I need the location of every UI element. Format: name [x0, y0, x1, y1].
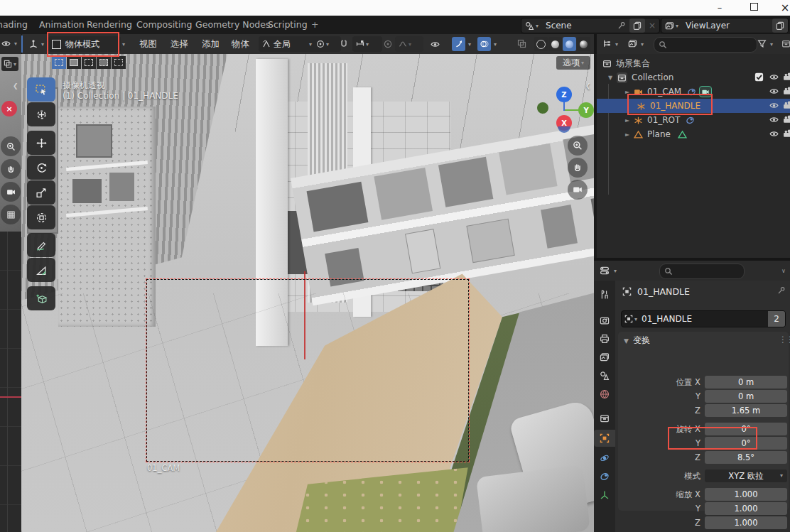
tool-move[interactable] — [27, 131, 55, 155]
viewport-3d[interactable]: 01_CAM 选项▾ 摄像机透视 (1) Collection | 01_HAN… — [21, 54, 594, 532]
tool-cursor[interactable] — [27, 102, 55, 126]
tab-constraints[interactable] — [594, 468, 615, 485]
gizmo-z-neg-ball[interactable] — [558, 126, 570, 133]
pivot-dropdown[interactable]: ▾ — [313, 36, 341, 52]
maximize-button[interactable] — [743, 1, 764, 15]
tab-object[interactable] — [594, 430, 615, 447]
outliner-row-plane[interactable]: ► Plane — [597, 127, 790, 141]
xray-toggle[interactable] — [517, 39, 526, 48]
scene-browse-button[interactable]: ▾ — [521, 18, 542, 33]
gizmo-toggle[interactable] — [452, 37, 465, 51]
pin-icon[interactable] — [614, 18, 629, 33]
tab-shading[interactable]: hading — [0, 16, 28, 34]
outliner-row-collection[interactable]: ▼ Collection — [597, 70, 790, 85]
properties-search-input[interactable] — [659, 264, 745, 279]
shading-rendered-button[interactable] — [577, 37, 590, 51]
region-collapse-arrow[interactable]: ❮ — [585, 82, 591, 89]
tool-annotate[interactable] — [27, 233, 55, 257]
active-camera-badge[interactable] — [699, 86, 712, 97]
gizmo-y-neg-ball[interactable] — [537, 102, 548, 114]
sliver-grid-button[interactable] — [1, 205, 21, 224]
tool-transform[interactable] — [27, 205, 55, 229]
view-layer-name-field[interactable]: ViewLayer — [682, 18, 772, 33]
tab-output[interactable] — [594, 330, 615, 347]
tab-compositing[interactable]: Compositing — [136, 16, 192, 34]
menu-object[interactable]: 物体 — [232, 34, 249, 54]
location-y-field[interactable]: 0 m — [705, 390, 787, 403]
disclosure-closed-icon[interactable]: ► — [624, 131, 631, 138]
select-mode-intersect-button[interactable] — [112, 56, 126, 69]
hide-eye-icon[interactable] — [769, 129, 779, 139]
tab-animation[interactable]: Animation — [39, 16, 85, 34]
transform-panel-header[interactable]: ▼ 变换 — [622, 335, 650, 347]
falloff-dropdown[interactable]: ▾ — [395, 36, 423, 52]
rotation-y-field[interactable]: 0° — [705, 437, 787, 450]
gizmo-z-ball[interactable]: Z — [556, 87, 572, 102]
tab-tool[interactable] — [594, 286, 615, 303]
menu-add[interactable]: 添加 — [202, 34, 220, 54]
disclosure-closed-icon[interactable]: ► — [624, 117, 631, 124]
collapse-arrow-icon[interactable]: ❮ — [13, 82, 18, 89]
gizmo-y-ball[interactable]: Y — [578, 102, 594, 118]
left-sliver-mode-button[interactable]: ▾ — [1, 57, 18, 71]
tab-rendering[interactable]: Rendering — [87, 16, 132, 34]
disclosure-closed-icon[interactable]: ► — [624, 89, 631, 95]
viewport-camera-view-button[interactable] — [568, 180, 588, 200]
hide-eye-icon[interactable] — [769, 101, 779, 111]
menu-view[interactable]: 视图 — [139, 34, 157, 54]
overlays-toggle[interactable] — [477, 37, 491, 51]
axis-gizmo[interactable]: Z Y X — [537, 87, 587, 132]
orientation-dropdown[interactable]: 全局 ▾ — [259, 36, 315, 52]
viewport-zoom-button[interactable] — [568, 136, 588, 156]
mode-dropdown[interactable]: 物体模式 — [48, 36, 121, 52]
tab-object-data[interactable] — [594, 487, 615, 504]
outliner-filter-button[interactable] — [757, 39, 767, 48]
annotation-eraser-icon[interactable]: × — [1, 101, 17, 116]
menu-select[interactable]: 选择 — [171, 34, 188, 54]
render-visibility-icon[interactable] — [783, 72, 790, 82]
disclosure-open-icon[interactable]: ▼ — [607, 75, 614, 81]
sliver-zoom-button[interactable] — [1, 136, 21, 156]
tab-scripting[interactable]: Scripting — [268, 16, 308, 34]
outliner-filter-mode-dropdown[interactable] — [628, 39, 637, 48]
users-count-badge[interactable]: 2 — [768, 311, 785, 327]
shading-wireframe-button[interactable] — [534, 37, 548, 51]
tool-select-box[interactable] — [27, 77, 55, 102]
rotation-x-field[interactable]: 0° — [705, 423, 787, 435]
render-visibility-icon[interactable] — [783, 87, 790, 97]
render-visibility-icon[interactable] — [783, 101, 790, 111]
sliver-camera-button[interactable] — [1, 182, 21, 202]
tab-physics[interactable] — [594, 450, 615, 467]
outliner-row-01-rot[interactable]: ► 01_ROT — [597, 113, 790, 127]
tool-rotate[interactable] — [27, 156, 55, 180]
tool-measure[interactable] — [27, 258, 55, 282]
outliner-row-scene-collection[interactable]: 场景集合 — [597, 56, 790, 70]
proportional-edit-toggle[interactable] — [384, 40, 392, 48]
rotation-z-field[interactable]: 8.5° — [705, 451, 787, 464]
editor-type-button[interactable] — [28, 39, 38, 49]
properties-editor-type-button[interactable] — [600, 266, 610, 276]
hide-eye-icon[interactable] — [769, 115, 779, 125]
scene-name-field[interactable]: Scene — [542, 18, 614, 33]
shading-material-button[interactable] — [563, 37, 576, 51]
mode-chevron-icon[interactable]: ▾ — [122, 41, 125, 48]
select-mode-extend-button[interactable] — [67, 56, 81, 69]
view-layer-browse-button[interactable]: ▾ — [661, 18, 682, 33]
unlink-scene-button[interactable]: × — [645, 18, 659, 33]
scale-y-field[interactable]: 1.000 — [705, 502, 787, 515]
location-x-field[interactable]: 0 m — [705, 376, 787, 389]
sliver-pan-button[interactable] — [1, 159, 21, 179]
shading-solid-button[interactable] — [548, 37, 562, 51]
outliner-search-input[interactable] — [654, 37, 757, 53]
object-name-field[interactable]: ▾ 01_HANDLE 2 — [621, 310, 786, 327]
minimize-button[interactable]: – — [709, 1, 730, 15]
tab-world[interactable] — [594, 386, 615, 403]
scale-z-field[interactable]: 1.000 — [705, 516, 787, 529]
add-workspace-button[interactable]: + — [311, 16, 318, 34]
render-visibility-icon[interactable] — [783, 115, 790, 125]
eye-icon[interactable] — [1, 39, 11, 48]
pin-icon[interactable] — [777, 286, 786, 295]
outliner-row-01-handle[interactable]: 01_HANDLE — [597, 99, 790, 113]
select-mode-new-button[interactable] — [52, 56, 66, 69]
gizmo-dropdown[interactable]: ▾ — [468, 41, 471, 48]
